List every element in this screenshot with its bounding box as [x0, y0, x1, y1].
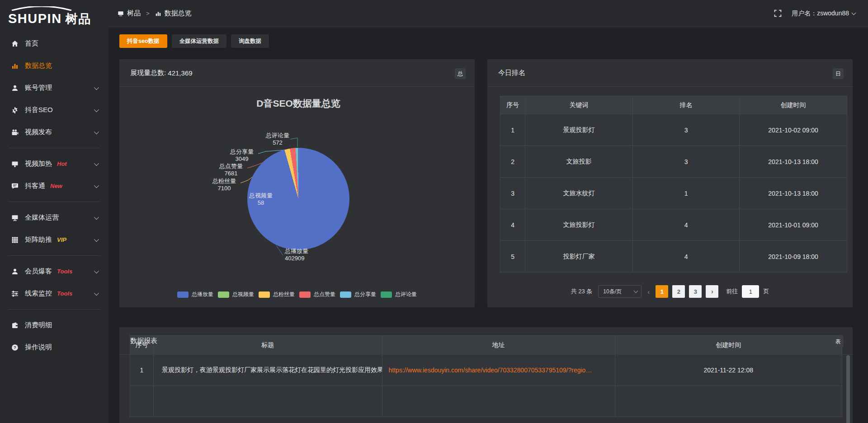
sidebar-item-grid[interactable]: 矩阵助推VIP — [0, 229, 108, 251]
sidebar-item-video-camera[interactable]: 视频发布 — [0, 121, 108, 143]
legend-label: 总播放量 — [192, 291, 213, 298]
page-size-value: 10条/页 — [603, 288, 622, 296]
sidebar-item-label: 消费明细 — [25, 321, 52, 329]
sidebar-badge: Hot — [57, 160, 67, 167]
table-cell: 文旅投影 — [525, 146, 633, 178]
home-icon — [11, 40, 19, 47]
sidebar-item-user-group[interactable]: 会员爆客Tools — [0, 260, 108, 282]
user-area: 用户名：zswodun88 — [774, 9, 855, 18]
table-cell: 2021-11-22 12:08 — [615, 355, 842, 386]
page-button-2[interactable]: 2 — [672, 285, 685, 298]
breadcrumb-item-home[interactable]: 树品 — [118, 9, 141, 18]
table-cell: 1 — [500, 114, 525, 146]
sidebar-item-monitor[interactable]: 全媒体运营 — [0, 207, 108, 229]
legend-swatch — [259, 291, 270, 298]
brand-logo: SHUPIN 树品 — [0, 4, 108, 30]
pie-label-plays: 总播放量402909 — [285, 248, 326, 262]
sidebar-item-gear[interactable]: 抖音SEO — [0, 99, 108, 121]
sidebar-item-question[interactable]: ?操作说明 — [0, 336, 108, 358]
overview-panel: 展现量总数: 421,369 总 D音SEO数据量总览 — [119, 59, 475, 307]
legend-item[interactable]: 总粉丝量 — [259, 291, 295, 298]
chevron-down-icon — [852, 10, 856, 15]
sidebar-badge: New — [50, 183, 62, 189]
report-panel-title: 数据报表 — [130, 327, 157, 354]
legend-swatch — [381, 291, 392, 298]
report-panel: 数据报表 表 序号标题地址创建时间1景观投影灯，夜游景观投影灯厂家展示展示落花灯… — [119, 327, 853, 423]
legend-item[interactable]: 总视频量 — [218, 291, 254, 298]
prev-page-button[interactable]: ‹ — [646, 288, 651, 296]
top-panels-row: 展现量总数: 421,369 总 D音SEO数据量总览 — [119, 59, 853, 307]
legend-item[interactable]: 总点赞量 — [299, 291, 335, 298]
table-scrollbar-thumb[interactable] — [846, 355, 850, 423]
table-cell: 1 — [632, 178, 739, 209]
legend-item[interactable]: 总分享量 — [340, 291, 376, 298]
page-size-select[interactable]: 10条/页 — [598, 285, 642, 298]
tab-2[interactable]: 询盘数据 — [231, 34, 269, 48]
sidebar-item-chat[interactable]: 抖客通New — [0, 175, 108, 197]
table-cell: https://www.iesdouyin.com/share/video/70… — [382, 355, 615, 386]
legend-label: 总分享量 — [354, 291, 376, 298]
sidebar-item-label: 全媒体运营 — [25, 213, 59, 222]
video-link[interactable]: https://www.iesdouyin.com/share/video/70… — [389, 367, 592, 374]
chevron-down-icon — [94, 290, 99, 295]
table-header-row: 序号标题地址创建时间 — [130, 336, 842, 355]
legend-label: 总点赞量 — [314, 291, 335, 298]
brand-logo-en: SHUPIN — [8, 11, 62, 26]
sliders-icon — [11, 290, 19, 297]
sidebar-badge: VIP — [57, 236, 66, 243]
logo-arc — [9, 6, 77, 11]
table-cell: 2021-10-02 09:00 — [740, 114, 847, 146]
sidebar-divider — [8, 255, 100, 256]
column-header: 排名 — [632, 96, 739, 114]
brand-logo-cn: 树品 — [66, 11, 92, 27]
sidebar-item-sliders[interactable]: 线索监控Tools — [0, 282, 108, 305]
page-button-3[interactable]: 3 — [689, 285, 702, 298]
sidebar-item-user[interactable]: 账号管理 — [0, 77, 108, 99]
fullscreen-icon[interactable] — [774, 9, 782, 17]
user-icon — [11, 84, 19, 92]
user-menu[interactable]: 用户名：zswodun88 — [792, 9, 855, 18]
chevron-down-icon — [94, 236, 99, 241]
ranking-panel-title: 今日排名 — [498, 59, 525, 86]
sidebar-divider — [8, 148, 100, 148]
chevron-down-icon — [94, 160, 99, 165]
sidebar: SHUPIN 树品 首页数据总览账号管理抖音SEO视频发布视频加热Hot抖客通N… — [0, 0, 108, 423]
tab-0[interactable]: 抖音seo数据 — [119, 34, 167, 48]
table-cell: 2021-10-01 09:00 — [740, 209, 847, 241]
report-corner-button[interactable]: 表 — [833, 336, 844, 347]
page-button-1[interactable]: 1 — [656, 285, 668, 298]
legend-swatch — [177, 291, 189, 298]
sidebar-item-wallet[interactable]: 消费明细 — [0, 314, 108, 336]
pie-label-likes: 总点赞量7681 — [214, 163, 248, 177]
video-camera-icon — [11, 128, 19, 136]
table-cell: 5 — [500, 241, 525, 273]
column-header: 关键词 — [525, 96, 633, 114]
legend-item[interactable]: 总评论量 — [381, 291, 417, 298]
chevron-down-icon — [94, 107, 99, 112]
report-table: 序号标题地址创建时间1景观投影灯，夜游景观投影灯厂家展示展示落花灯在花园里的灯光… — [130, 335, 842, 417]
goto-page-input[interactable] — [742, 285, 759, 298]
app-root: SHUPIN 树品 首页数据总览账号管理抖音SEO视频发布视频加热Hot抖客通N… — [0, 0, 868, 423]
sidebar-item-label: 抖音SEO — [25, 106, 53, 114]
table-header-row: 序号关键词排名创建时间 — [500, 96, 847, 114]
table-cell: 2021-10-13 18:00 — [740, 146, 847, 178]
sidebar-item-screen-play[interactable]: 视频加热Hot — [0, 153, 108, 175]
column-header: 标题 — [153, 336, 382, 355]
legend-item[interactable]: 总播放量 — [177, 291, 213, 298]
breadcrumb-item-current[interactable]: 数据总览 — [155, 9, 192, 18]
chevron-down-icon — [94, 214, 99, 219]
next-page-button[interactable]: › — [706, 285, 718, 298]
screen-play-icon — [11, 160, 19, 168]
table-cell: 2021-10-13 18:00 — [740, 178, 847, 209]
table-cell: 4 — [632, 241, 739, 273]
sidebar-item-label: 抖客通 — [25, 182, 45, 190]
sidebar-item-home[interactable]: 首页 — [0, 33, 108, 55]
sidebar-item-label: 操作说明 — [25, 343, 52, 352]
table-cell: 景观投影灯 — [525, 114, 633, 146]
ranking-corner-button[interactable]: 日 — [833, 68, 844, 79]
table-row: 1景观投影灯，夜游景观投影灯厂家展示展示落花灯在花园里的灯光投影应用效果 #ht… — [130, 355, 842, 386]
sidebar-item-chart-bar[interactable]: 数据总览 — [0, 55, 108, 77]
table-row: 3文旅水纹灯12021-10-13 18:00 — [500, 178, 847, 209]
tab-1[interactable]: 全媒体运营数据 — [172, 34, 227, 48]
chat-icon — [11, 182, 19, 190]
